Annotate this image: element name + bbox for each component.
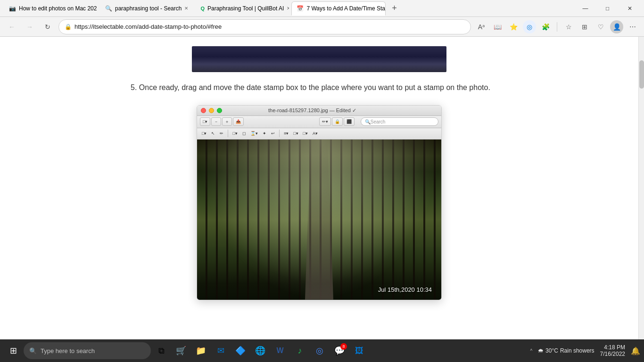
- task-view-icon: ⧉: [156, 345, 167, 356]
- taskbar-search[interactable]: 🔍 Type here to search: [24, 342, 151, 359]
- tab2-favicon: 🔍: [105, 5, 112, 12]
- taskbar-store[interactable]: 🛒: [172, 341, 190, 360]
- tab-4[interactable]: 📅 7 Ways to Add A Date/Time Sta… ✕: [291, 1, 386, 16]
- start-icon: ⊞: [10, 346, 17, 356]
- taskbar-word[interactable]: W: [271, 341, 289, 360]
- close-button[interactable]: ✕: [619, 0, 640, 17]
- mac-star-btn[interactable]: ✦: [261, 130, 268, 137]
- mac-divider-2: [279, 130, 280, 137]
- lock-icon: 🔒: [65, 24, 72, 30]
- mac-shape-btn[interactable]: □▾: [231, 130, 239, 137]
- weather-desc: Rain showers: [560, 347, 594, 354]
- tab4-favicon: 📅: [297, 5, 304, 12]
- browser-essentials-icon[interactable]: ⭐: [507, 20, 520, 33]
- taskbar-task-view[interactable]: ⧉: [152, 341, 171, 360]
- tab3-favicon: Q: [200, 6, 205, 11]
- collections-icon[interactable]: ⊞: [578, 20, 591, 33]
- top-image: [192, 46, 446, 72]
- weather-widget[interactable]: 🌧 30°C Rain showers: [538, 347, 594, 354]
- mac-zoom-in-btn[interactable]: ＋: [222, 117, 232, 126]
- system-tray: ^: [526, 348, 536, 354]
- taskbar-ms-store[interactable]: 🔷: [231, 341, 250, 360]
- read-aloud-icon[interactable]: Aᵃ: [475, 20, 488, 33]
- taskbar-right: ^ 🌧 30°C Rain showers 4:18 PM 7/16/2022 …: [526, 344, 640, 357]
- mac-box-btn[interactable]: □▾: [291, 130, 300, 137]
- mac-rect-btn[interactable]: ◻: [240, 130, 248, 137]
- taskbar-search-icon: 🔍: [29, 347, 37, 354]
- tab-3[interactable]: Q Paraphrasing Tool | QuillBot AI ✕: [195, 1, 289, 16]
- address-icons: Aᵃ 📖 ⭐ ◎ 🧩 ☆ ⊞ ♡ 👤 ⋯: [475, 20, 639, 33]
- mac-pen-btn[interactable]: ✏: [218, 130, 225, 137]
- mac-text-btn[interactable]: A▾: [311, 130, 320, 137]
- copilot-icon[interactable]: ◎: [523, 20, 536, 33]
- tab1-label: How to edit photos on Mac 202: [19, 5, 97, 12]
- tab1-favicon: 📷: [9, 5, 16, 12]
- mac-window-title: the-road-815297.1280.jpg — Edited ✓: [197, 107, 438, 114]
- back-button[interactable]: ←: [5, 20, 19, 34]
- forward-button[interactable]: →: [23, 20, 37, 34]
- scrollbar-thumb[interactable]: [639, 60, 644, 89]
- weather-temp: 30°C: [545, 347, 558, 354]
- heart-icon[interactable]: ♡: [594, 20, 607, 33]
- mac-align-btn[interactable]: ≡▾: [282, 130, 290, 137]
- taskbar-spotify[interactable]: ♪: [290, 341, 309, 360]
- mac-rect2-btn[interactable]: □▾: [301, 130, 310, 137]
- refresh-button[interactable]: ↻: [41, 20, 55, 34]
- new-tab-button[interactable]: +: [388, 2, 401, 15]
- step-number: 5.: [131, 83, 137, 91]
- mac-rotate-btn[interactable]: ↩: [269, 130, 277, 137]
- taskbar-chrome[interactable]: ◎: [310, 341, 329, 360]
- mac-search-placeholder: Search: [371, 119, 386, 124]
- clock-time: 4:18 PM: [604, 344, 625, 351]
- start-button[interactable]: ⊞: [4, 341, 23, 360]
- spotify-icon: ♪: [294, 345, 305, 356]
- taskbar-edge[interactable]: 🌐: [251, 341, 270, 360]
- window-controls: — □ ✕: [575, 0, 640, 17]
- word-icon: W: [274, 345, 286, 356]
- taskbar-file-explorer[interactable]: 📁: [191, 341, 210, 360]
- favorites-icon[interactable]: ☆: [562, 20, 575, 33]
- clock[interactable]: 4:18 PM 7/16/2022: [596, 344, 629, 357]
- scroll-area[interactable]: 5. Once ready, drag and move the date st…: [0, 37, 638, 339]
- mac-lock-btn[interactable]: 🔒: [332, 117, 343, 126]
- mac-edit-btn[interactable]: ✏▾: [319, 117, 331, 126]
- mac-zoom-out-btn[interactable]: －: [211, 117, 221, 126]
- tab2-close[interactable]: ✕: [184, 6, 188, 11]
- maximize-button[interactable]: □: [597, 0, 618, 17]
- mac-arrow-btn[interactable]: ↖: [209, 130, 217, 137]
- url-text: https://itselectable.com/add-date-stamp-…: [74, 23, 465, 30]
- taskbar-mail[interactable]: ✉: [211, 341, 230, 360]
- tray-chevron-icon[interactable]: ^: [530, 348, 532, 354]
- mac-select-btn[interactable]: □▾: [200, 130, 208, 137]
- separator: [557, 22, 557, 32]
- mac-time-btn[interactable]: ⌛▾: [248, 130, 260, 137]
- immersive-reader-icon[interactable]: 📖: [491, 20, 504, 33]
- mac-export-btn[interactable]: ⬛: [344, 117, 355, 126]
- mac-toolbar-1: □▾ － ＋ 📤 ✏▾ 🔒 ⬛ 🔍 Se: [197, 116, 441, 128]
- mac-toolbar-2: □▾ ↖ ✏ □▾ ◻ ⌛▾ ✦ ↩ ≡▾ □▾ □▾ A▾: [197, 128, 441, 140]
- notification-icon[interactable]: 🔔: [631, 346, 640, 355]
- tab-2[interactable]: 🔍 paraphrasing tool - Search ✕: [100, 1, 193, 16]
- mac-titlebar: the-road-815297.1280.jpg — Edited ✓: [197, 106, 441, 116]
- address-bar: ← → ↻ 🔒 https://itselectable.com/add-dat…: [0, 17, 644, 37]
- extensions-icon[interactable]: 🧩: [539, 20, 552, 33]
- step-text: 5. Once ready, drag and move the date st…: [126, 82, 512, 94]
- scrollbar[interactable]: [638, 37, 644, 339]
- taskbar-photos[interactable]: 🖼: [350, 341, 369, 360]
- mac-search-icon: 🔍: [365, 119, 371, 124]
- tab-1[interactable]: 📷 How to edit photos on Mac 202 ✕: [4, 1, 98, 16]
- url-bar[interactable]: 🔒 https://itselectable.com/add-date-stam…: [58, 19, 471, 34]
- photos-icon: 🖼: [354, 345, 365, 356]
- taskbar-whatsapp[interactable]: 💬 8: [330, 341, 349, 360]
- forest-image: Jul 15th,2020 10:34: [197, 140, 441, 300]
- minimize-button[interactable]: —: [575, 0, 596, 17]
- menu-icon[interactable]: ⋯: [626, 20, 639, 33]
- mac-search-bar[interactable]: 🔍 Search: [361, 117, 438, 126]
- taskbar: ⊞ 🔍 Type here to search ⧉ 🛒 📁 ✉ 🔷 🌐 W: [0, 339, 644, 362]
- mail-icon: ✉: [215, 345, 226, 356]
- mac-tool-group-2: ✏▾ 🔒 ⬛: [319, 117, 355, 126]
- mac-view-btn[interactable]: □▾: [200, 117, 210, 126]
- mac-share-btn[interactable]: 📤: [233, 117, 244, 126]
- tab3-close[interactable]: ✕: [287, 6, 289, 11]
- profile-icon[interactable]: 👤: [610, 20, 623, 33]
